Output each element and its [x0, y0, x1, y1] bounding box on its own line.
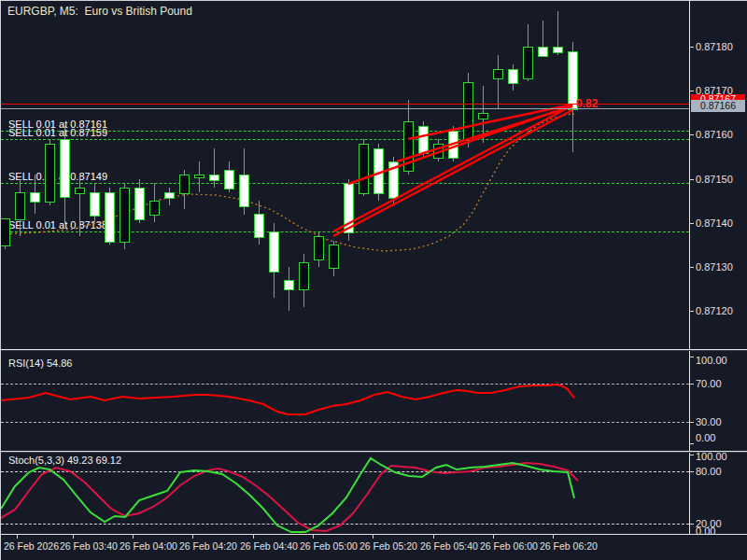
time-axis-label: 26 Feb 05:20: [359, 540, 417, 552]
rsi-tick: [689, 384, 694, 385]
time-axis-tick: [73, 535, 74, 539]
time-axis-tick: [373, 535, 374, 539]
stoch-tick: [689, 455, 694, 455]
time-axis-label: 26 Feb 05:40: [420, 540, 478, 552]
time-axis-label: 26 Feb 05:00: [300, 540, 358, 552]
time-axis-label: 26 Feb 04:40: [240, 540, 298, 552]
price-tick-label: 0.87120: [696, 305, 733, 316]
price-tick: [689, 223, 694, 224]
rsi-level-label: 30.00: [696, 416, 722, 427]
trend-line: [397, 106, 572, 161]
time-axis-tick: [433, 535, 434, 539]
time-axis-border: [1, 534, 747, 535]
bid-price-tag: 0.87166: [691, 100, 745, 112]
time-axis-tick: [493, 535, 494, 539]
time-axis-tick: [553, 535, 554, 539]
price-tick: [689, 179, 694, 180]
price-tick-label: 0.87140: [696, 217, 733, 229]
time-axis-label: 26 Feb 04:20: [179, 540, 237, 552]
time-axis-tick: [313, 535, 314, 539]
stoch-tick: [689, 524, 694, 525]
trendline-value-label: 0.82: [576, 97, 598, 110]
rsi-label: RSI(14) 54.86: [8, 357, 72, 369]
rsi-level-label: 100.00: [696, 355, 727, 366]
rsi-tick: [689, 443, 694, 444]
time-axis-tick: [17, 535, 18, 539]
stoch-level-label: 0.00: [696, 525, 715, 537]
trading-chart-window: EURGBP, M5: Euro vs British Pound 0.82 R…: [0, 0, 747, 560]
rsi-level-label: 70.00: [696, 378, 722, 389]
trend-line: [333, 105, 572, 231]
time-axis-tick: [133, 535, 134, 539]
price-tick-label: 0.87150: [696, 174, 733, 185]
stoch-level-label: 80.00: [696, 466, 722, 477]
stoch-level-label: 100.00: [696, 451, 727, 462]
price-tick: [689, 134, 694, 135]
time-axis-label: 26 Feb 04:00: [120, 540, 177, 552]
rsi-tick: [689, 422, 694, 423]
time-axis-label: 26 Feb 06:00: [480, 540, 538, 552]
stoch-tick: [689, 534, 694, 535]
price-tick: [689, 91, 694, 91]
price-tick: [689, 311, 694, 312]
chart-title: EURGBP, M5: Euro vs British Pound: [7, 5, 192, 18]
stochastic-label: Stoch(5,3,3) 49.23 69.12: [8, 455, 121, 466]
panel-separator-rsi-shadow: [1, 350, 747, 351]
trend-lines[interactable]: [1, 1, 689, 348]
time-axis-label: 26 Feb 06:20: [540, 540, 598, 552]
price-tick-label: 0.87130: [696, 261, 733, 273]
time-axis-label: 26 Feb 03:40: [60, 540, 118, 552]
rsi-tick: [689, 357, 694, 357]
price-tick-label: 0.87180: [696, 41, 733, 52]
stoch-tick: [689, 471, 694, 472]
price-tick-label: 0.87160: [696, 129, 733, 140]
price-tick: [689, 47, 694, 48]
time-axis-label: 26 Feb 2026: [4, 540, 59, 552]
rsi-level-label: 0.00: [696, 432, 715, 443]
rsi-line: [1, 352, 689, 450]
price-tick: [689, 267, 694, 268]
time-axis-tick: [253, 535, 254, 539]
panel-separator-stoch-shadow: [1, 452, 747, 453]
time-axis-tick: [192, 535, 193, 539]
